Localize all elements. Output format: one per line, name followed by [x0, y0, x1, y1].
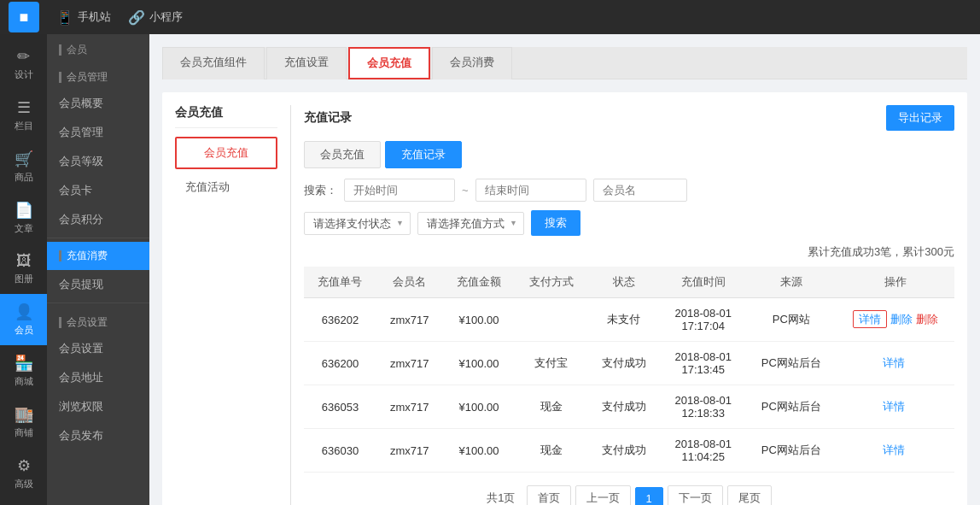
gallery-label: 图册 [15, 273, 33, 285]
end-time-input[interactable] [475, 179, 586, 202]
main-content: 会员充值组件 充值设置 会员充值 会员消费 会员充值 会员充值 [149, 34, 980, 505]
sidebar-item-shop[interactable]: 🏬 商铺 [0, 396, 47, 448]
search-separator: ~ [462, 184, 469, 197]
sidebar-item-advanced[interactable]: ⚙ 高级 [0, 448, 47, 499]
cell-member: zmx717 [376, 298, 443, 342]
payment-status-select[interactable]: 请选择支付状态 [304, 212, 411, 235]
table-row: 636053 zmx717 ¥100.00 现金 支付成功 2018-08-01… [304, 385, 954, 429]
action-detail-btn[interactable]: 详情 [883, 356, 905, 369]
pagination: 共1页 首页 上一页 1 下一页 尾页 [304, 485, 954, 505]
cell-order-id: 636202 [304, 298, 376, 342]
sub-nav-item-browse[interactable]: 浏览权限 [47, 392, 149, 421]
cell-status: 支付成功 [587, 429, 660, 473]
th-actions: 操作 [836, 267, 954, 298]
cell-status: 未支付 [587, 298, 660, 342]
nav-divider-2 [47, 302, 149, 303]
vertical-divider [290, 105, 291, 505]
page-next-btn[interactable]: 下一页 [668, 485, 723, 505]
sub-tab-member-recharge[interactable]: 会员充值 [304, 141, 381, 168]
shop-icon: 🏬 [15, 405, 33, 424]
content-area: 会员充值 会员充值 充值活动 充值记录 导出记录 [162, 92, 967, 505]
th-time: 充值时间 [660, 267, 746, 298]
recharge-method-select[interactable]: 请选择充值方式 [417, 212, 524, 235]
page-prev-btn[interactable]: 上一页 [575, 485, 631, 505]
table-row: 636202 zmx717 ¥100.00 未支付 2018-08-0117:1… [304, 298, 954, 342]
sub-nav-item-withdraw[interactable]: 会员提现 [47, 270, 149, 299]
right-panel-header: 充值记录 导出记录 [304, 105, 954, 131]
sub-nav-item-overview[interactable]: 会员概要 [47, 89, 149, 118]
sidebar-item-column[interactable]: ☰ 栏目 [0, 90, 47, 141]
sidebar-item-member[interactable]: 👤 会员 [0, 294, 47, 345]
sidebar-item-product[interactable]: 🛒 商品 [0, 141, 47, 192]
action-detail-btn[interactable]: 详情 [853, 310, 887, 328]
cell-time: 2018-08-0112:18:33 [660, 385, 746, 429]
action-detail-btn[interactable]: 详情 [883, 443, 905, 456]
sidebar-item-design[interactable]: ✏ 设计 [0, 38, 47, 90]
th-member: 会员名 [376, 267, 443, 298]
left-btn-recharge-activity[interactable]: 充值活动 [175, 173, 277, 201]
sidebar-item-seo[interactable]: SEO [0, 499, 47, 505]
table-row: 636200 zmx717 ¥100.00 支付宝 支付成功 2018-08-0… [304, 342, 954, 385]
left-btn-member-recharge[interactable]: 会员充值 [175, 137, 277, 169]
cell-status: 支付成功 [587, 385, 660, 429]
search-btn[interactable]: 搜索 [531, 210, 580, 236]
action-detail-btn[interactable]: 详情 [883, 400, 905, 413]
gallery-icon: 🖼 [16, 252, 32, 270]
cell-method [515, 298, 587, 342]
sidebar-item-gallery[interactable]: 🖼 图册 [0, 244, 47, 294]
cell-order-id: 636200 [304, 342, 376, 385]
page-1-btn[interactable]: 1 [635, 487, 663, 506]
sub-nav-item-msettings[interactable]: 会员设置 [47, 334, 149, 363]
article-icon: 📄 [15, 201, 33, 220]
mobile-icon: 📱 [56, 9, 73, 26]
member-name-input[interactable] [593, 179, 687, 202]
sub-nav-group-member: 会员 [47, 34, 149, 62]
miniapp-btn[interactable]: 🔗 小程序 [128, 9, 183, 26]
sub-nav-title-recharge: 充值消费 [47, 242, 149, 270]
tab-recharge-group[interactable]: 会员充值组件 [162, 47, 265, 79]
design-label: 设计 [15, 68, 33, 81]
tab-member-consume[interactable]: 会员消费 [432, 47, 512, 79]
top-bar: ■ 📱 手机站 🔗 小程序 [0, 0, 980, 34]
tab-member-recharge[interactable]: 会员充值 [348, 47, 430, 79]
cell-actions: 详情 [836, 429, 954, 473]
column-icon: ☰ [17, 98, 31, 117]
sidebar-item-mall[interactable]: 🏪 商城 [0, 345, 47, 396]
cell-order-id: 636030 [304, 429, 376, 473]
sub-nav-item-card[interactable]: 会员卡 [47, 176, 149, 205]
export-btn[interactable]: 导出记录 [886, 105, 954, 131]
page-last-btn[interactable]: 尾页 [727, 485, 772, 505]
sub-nav-item-address[interactable]: 会员地址 [47, 363, 149, 392]
sub-tab-recharge-record[interactable]: 充值记录 [385, 141, 462, 168]
action-delete-btn[interactable]: 删除 [916, 313, 938, 326]
cell-actions: 详情删除删除 [836, 298, 954, 342]
mobile-label: 手机站 [78, 9, 111, 25]
cell-time: 2018-08-0117:17:04 [660, 298, 746, 342]
app-container: ✏ 设计 ☰ 栏目 🛒 商品 📄 文章 🖼 图册 👤 会员 🏪 商城 🏬 [0, 34, 980, 505]
sub-nav-item-publish[interactable]: 会员发布 [47, 421, 149, 450]
sub-nav-item-manage[interactable]: 会员管理 [47, 118, 149, 147]
tab-recharge-settings[interactable]: 充值设置 [266, 47, 347, 79]
mobile-site-btn[interactable]: 📱 手机站 [56, 9, 111, 26]
right-panel: 充值记录 导出记录 会员充值 充值记录 搜索： [304, 105, 954, 505]
table-row: 636030 zmx717 ¥100.00 现金 支付成功 2018-08-01… [304, 429, 954, 473]
cell-source: PC网站后台 [746, 429, 836, 473]
sub-nav-item-level[interactable]: 会员等级 [47, 147, 149, 176]
action-delete-btn[interactable]: 删除 [890, 313, 913, 326]
advanced-icon: ⚙ [17, 456, 31, 475]
search-row: 搜索： ~ [304, 179, 954, 202]
th-order-id: 充值单号 [304, 267, 376, 298]
summary-text: 累计充值成功3笔，累计300元 [808, 245, 954, 258]
logo: ■ [9, 2, 39, 32]
main-tab-bar: 会员充值组件 充值设置 会员充值 会员消费 [162, 47, 967, 79]
cell-actions: 详情 [836, 385, 954, 429]
cell-time: 2018-08-0117:13:45 [660, 342, 746, 385]
page-first-btn[interactable]: 首页 [527, 485, 571, 505]
start-time-input[interactable] [344, 179, 455, 202]
sub-nav-item-points[interactable]: 会员积分 [47, 205, 149, 234]
th-status: 状态 [587, 267, 660, 298]
cell-source: PC网站 [746, 298, 836, 342]
table-header-row: 充值单号 会员名 充值金额 支付方式 状态 充值时间 来源 操作 [304, 267, 954, 298]
sidebar-item-article[interactable]: 📄 文章 [0, 192, 47, 244]
sub-tab-bar: 会员充值 充值记录 [304, 141, 954, 168]
